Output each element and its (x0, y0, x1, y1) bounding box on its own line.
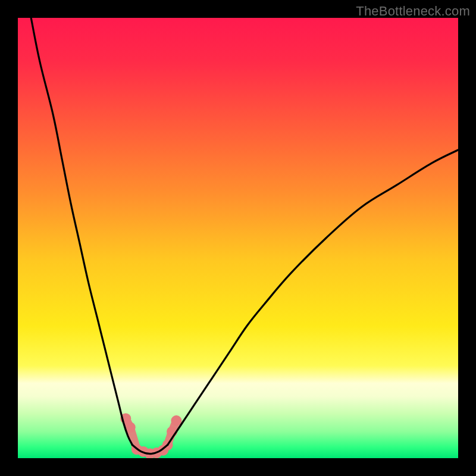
plot-area (18, 18, 458, 458)
watermark-text: TheBottleneck.com (356, 4, 470, 19)
chart-container: TheBottleneck.com (0, 0, 476, 476)
chart-curves (18, 18, 458, 458)
right-branch-line (168, 150, 458, 445)
optimum-markers-group (120, 413, 181, 458)
left-branch-line (31, 18, 132, 445)
